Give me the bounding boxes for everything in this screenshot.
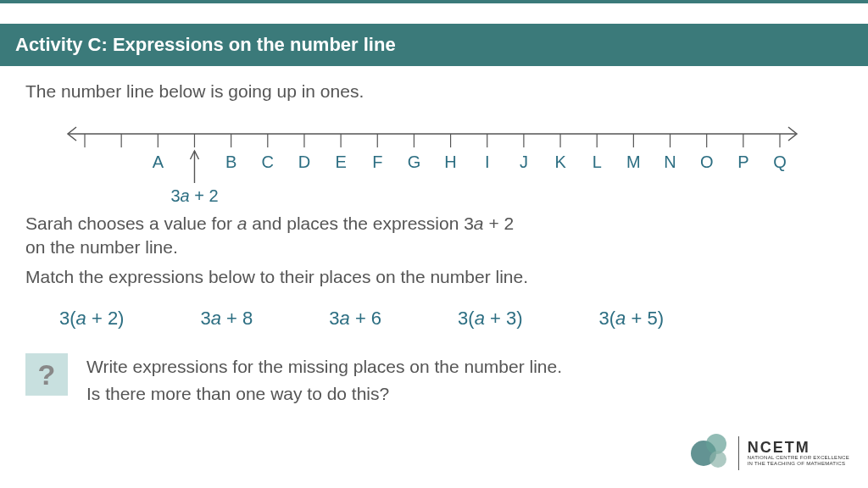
tick-label-K: K [554,152,566,171]
tick-label-H: H [444,152,456,171]
expression-5: 3(a + 5) [599,308,664,330]
question-text: Write expressions for the missing places… [86,353,562,407]
tick-label-G: G [408,152,421,171]
paragraph-2: Match the expressions below to their pla… [25,265,843,289]
tick-label-O: O [700,152,714,171]
tick-label-F: F [372,152,382,171]
logo-text: NCETM NATIONAL CENTRE FOR EXCELLENCE IN … [748,440,849,467]
tick-label-E: E [335,152,346,171]
tick-label-B: B [225,152,236,171]
tick-label-P: P [737,152,748,171]
number-line-svg: ABCDEFGHIJKLMNOPQ 3a + 2 [59,114,822,207]
expression-2: 3a + 8 [200,308,253,330]
activity-title-bar: Activity C: Expressions on the number li… [0,24,868,66]
tick-label-C: C [262,152,274,171]
tick-label-D: D [298,152,310,171]
question-block: ? Write expressions for the missing plac… [25,353,843,407]
logo-mark-icon [691,434,730,473]
accent-top-bar [0,0,868,3]
logo-divider [738,436,739,470]
slide-content: The number line below is going up in one… [0,66,868,407]
expression-row: 3(a + 2)3a + 83a + 63(a + 3)3(a + 5) [59,308,843,330]
pointer-expression: 3a + 2 [170,186,218,205]
activity-title: Activity C: Expressions on the number li… [15,34,396,55]
expression-3: 3a + 6 [329,308,381,330]
tick-label-L: L [593,152,602,171]
expression-1: 3(a + 2) [59,308,124,330]
tick-label-N: N [664,152,676,171]
ncetm-logo: NCETM NATIONAL CENTRE FOR EXCELLENCE IN … [691,434,849,473]
paragraph-1: Sarah chooses a value for a and places t… [25,212,843,260]
tick-label-Q: Q [773,152,787,171]
tick-label-J: J [520,152,528,171]
tick-label-M: M [626,152,641,171]
question-mark-icon: ? [25,353,68,396]
tick-label-I: I [485,152,490,171]
expression-4: 3(a + 3) [458,308,522,330]
tick-label-A: A [153,152,164,171]
intro-text: The number line below is going up in one… [25,81,843,102]
number-line: ABCDEFGHIJKLMNOPQ 3a + 2 [59,114,826,207]
